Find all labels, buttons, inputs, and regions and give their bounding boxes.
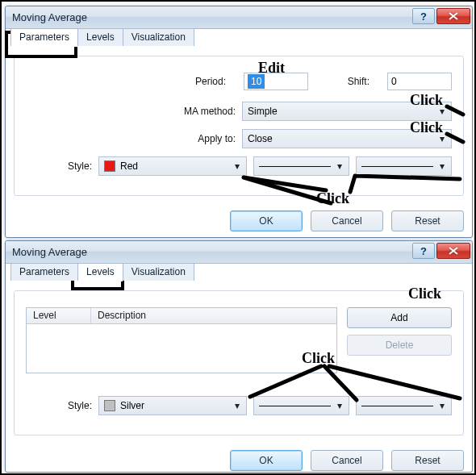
cancel-button[interactable]: Cancel	[311, 210, 383, 231]
style-color-combo[interactable]: Silver ▾	[98, 396, 247, 415]
line-pattern-combo[interactable]: ▾	[253, 156, 349, 176]
line-sample	[361, 166, 433, 167]
line-pattern-combo[interactable]: ▾	[253, 396, 349, 415]
line-sample	[259, 166, 331, 167]
tab-levels[interactable]: Levels	[77, 28, 123, 46]
chevron-down-icon: ▾	[332, 159, 347, 173]
style-label: Style:	[26, 160, 98, 172]
close-button[interactable]	[436, 8, 470, 24]
chevron-down-icon: ▾	[230, 398, 244, 413]
tab-strip: Parameters Levels Visualization	[10, 28, 194, 46]
delete-button[interactable]: Delete	[347, 335, 452, 356]
dialog-moving-average-levels: Moving Average ? Parameters Levels Visua…	[5, 240, 473, 473]
method-label: MA method:	[48, 106, 242, 117]
period-value: 10	[248, 74, 265, 89]
chevron-down-icon: ▾	[230, 159, 244, 173]
dialog-title: Moving Average	[12, 11, 87, 23]
button-bar: OK Cancel Reset	[6, 204, 472, 238]
style-color-name: Silver	[120, 400, 144, 411]
col-level: Level	[27, 308, 91, 323]
style-label: Style:	[26, 400, 98, 411]
tab-parameters[interactable]: Parameters	[10, 28, 78, 46]
chevron-down-icon: ▾	[435, 104, 449, 119]
col-description: Description	[91, 308, 336, 323]
chevron-down-icon: ▾	[332, 398, 347, 413]
add-button[interactable]: Add	[347, 307, 452, 328]
chevron-down-icon: ▾	[435, 159, 449, 173]
reset-button[interactable]: Reset	[391, 210, 464, 231]
color-swatch	[104, 160, 115, 172]
tab-levels[interactable]: Levels	[77, 263, 123, 281]
help-button[interactable]: ?	[412, 243, 435, 259]
chevron-down-icon: ▾	[435, 131, 449, 146]
cancel-button[interactable]: Cancel	[311, 450, 383, 471]
line-sample	[361, 406, 433, 406]
parameters-panel: Period: 10 Shift: 0 MA method: Simple ▾	[14, 56, 464, 196]
shift-label: Shift:	[319, 76, 376, 87]
line-width-combo[interactable]: ▾	[356, 156, 452, 176]
reset-button[interactable]: Reset	[391, 450, 464, 471]
close-button[interactable]	[436, 243, 470, 259]
shift-value: 0	[391, 76, 397, 87]
shift-field[interactable]: 0	[387, 73, 452, 90]
period-label: Period:	[63, 76, 232, 87]
tab-parameters[interactable]: Parameters	[10, 263, 78, 281]
style-color-combo[interactable]: Red ▾	[98, 156, 247, 176]
title-bar: Moving Average ?	[6, 6, 472, 29]
apply-label: Apply to:	[48, 133, 242, 144]
line-width-combo[interactable]: ▾	[356, 396, 452, 415]
apply-combo[interactable]: Close ▾	[242, 129, 452, 148]
tab-visualization[interactable]: Visualization	[123, 263, 194, 281]
dialog-moving-average-parameters: Moving Average ? Parameters Levels Visua…	[5, 6, 473, 238]
method-combo[interactable]: Simple ▾	[242, 102, 452, 121]
levels-list[interactable]: Level Description	[26, 307, 337, 373]
tab-strip: Parameters Levels Visualization	[10, 263, 194, 281]
tab-visualization[interactable]: Visualization	[123, 28, 194, 46]
levels-panel: Level Description Add Delete Style: Silv…	[14, 290, 464, 435]
ok-button[interactable]: OK	[230, 450, 303, 471]
color-swatch	[104, 400, 115, 411]
help-button[interactable]: ?	[412, 8, 435, 24]
chevron-down-icon: ▾	[435, 398, 449, 413]
line-sample	[259, 406, 331, 406]
style-color-name: Red	[120, 160, 138, 172]
apply-value: Close	[248, 133, 273, 144]
button-bar: OK Cancel Reset	[6, 444, 472, 475]
ok-button[interactable]: OK	[230, 210, 303, 231]
period-field[interactable]: 10	[244, 73, 308, 90]
title-bar: Moving Average ?	[6, 241, 472, 264]
dialog-title: Moving Average	[12, 246, 87, 258]
method-value: Simple	[248, 106, 278, 117]
